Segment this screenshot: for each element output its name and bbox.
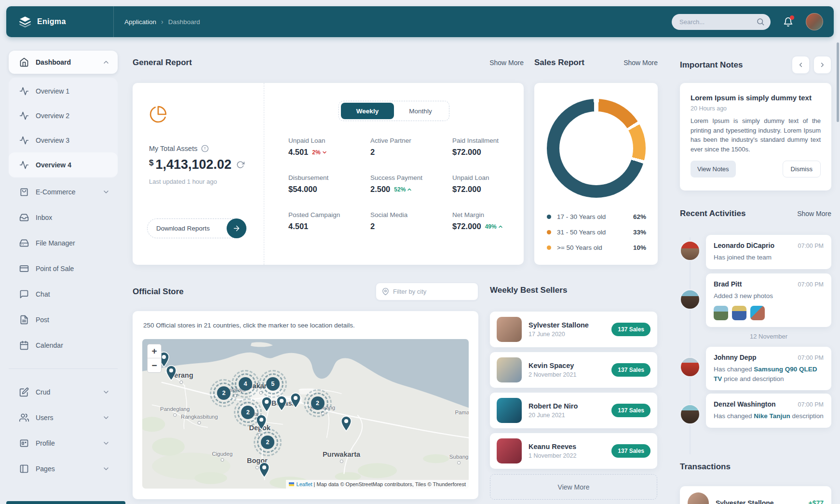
arrow-right-icon [227,218,246,238]
view-more-button[interactable]: View More [490,474,657,500]
map-pin-marker[interactable] [165,365,177,381]
download-reports-button[interactable]: Download Reports [147,218,246,238]
search-icon[interactable] [756,17,765,26]
best-seller-row[interactable]: Robert De Niro 20 June 2021 137 Sales [490,393,657,428]
stat-net-margin: Net Margin $72.000 49% [452,211,535,231]
activity-icon [19,160,29,170]
map-cluster-marker[interactable]: 2 [311,396,325,410]
sidebar-item-pages[interactable]: Pages [9,456,118,481]
note-body: Lorem Ipsum is simply dummy text of the … [691,116,821,154]
total-assets-label: My Total Assets [149,145,197,152]
sidebar-item-file-manager[interactable]: File Manager [9,230,118,256]
sales-report-card: 17 - 30 Years old 62% 31 - 50 Years old … [534,83,658,265]
sidebar-item-crud[interactable]: Crud [9,379,118,405]
transaction-row[interactable]: Sylvester Stallone +$77 [680,486,831,504]
scrollbar-thumb[interactable] [837,42,839,122]
legend-dot-teal [547,215,551,219]
sidebar-item-label: Users [36,414,54,422]
general-report-card: My Total Assets $1,413,102.02 Last updat… [133,83,524,265]
hard-drive-icon [19,238,29,248]
brand-name: Enigma [37,17,66,26]
map-pin-marker[interactable] [258,462,270,478]
ukraine-flag-icon [289,482,294,486]
best-seller-row[interactable]: Keanu Reeves 1 November 2022 137 Sales [490,433,657,469]
stat-paid-installment: Paid Installment $72.000 [452,137,535,157]
legend-item: >= 50 Years old 10% [547,244,646,251]
zoom-out-button[interactable]: − [148,358,161,372]
notes-prev-button[interactable] [792,56,810,74]
map-label-city: Purwakarta [323,450,360,463]
stat-unpaid-loan-2: Unpaid Loan $72.000 [452,174,535,194]
notifications-button[interactable] [783,17,793,27]
map-cluster-marker[interactable]: 2 [217,386,230,400]
filter-by-city-input[interactable] [393,288,465,295]
chevron-up-icon [102,58,110,66]
layout-icon [19,464,29,474]
brand[interactable]: Enigma [6,6,113,37]
map-pin-marker[interactable] [340,416,352,432]
notes-next-button[interactable] [813,56,831,74]
product-link[interactable]: Nike Tanjun [754,412,790,420]
credit-card-icon [19,264,29,273]
breadcrumb-dashboard[interactable]: Dashboard [168,18,200,26]
sidebar-item-post[interactable]: Post [9,307,118,332]
sidebar-item-profile[interactable]: Profile [9,430,118,456]
sidebar-item-inbox[interactable]: Inbox [9,204,118,230]
sidebar-item-users[interactable]: Users [9,405,118,430]
map-cluster-marker[interactable]: 4 [239,377,252,391]
filter-by-city-box [376,283,478,300]
leaflet-link[interactable]: Leaflet [297,481,312,487]
map-pin-marker[interactable] [290,393,301,409]
chevron-down-icon [102,439,110,447]
message-square-icon [19,289,29,299]
map-cluster-marker[interactable]: 2 [261,436,274,449]
general-report-show-more[interactable]: Show More [489,59,524,67]
stat-disbursement: Disbursement $54.000 [288,174,370,194]
seller-photo [497,438,522,463]
store-description: 250 Official stores in 21 countries, cli… [143,322,355,329]
best-seller-row[interactable]: Sylvester Stallone 17 June 2020 137 Sale… [490,312,657,347]
view-notes-button[interactable]: View Notes [691,161,736,177]
sidebar-divider [9,358,118,379]
map-attribution: Leaflet | Map data © OpenStreetMap contr… [286,480,469,489]
refresh-icon[interactable] [236,161,244,169]
id-card-icon [19,438,29,448]
sidebar-item-overview-2[interactable]: Overview 2 [9,103,118,128]
map-cluster-marker[interactable]: 2 [241,406,255,419]
sales-report-show-more[interactable]: Show More [623,59,658,67]
chevron-down-icon [102,188,110,196]
breadcrumb-application[interactable]: Application [124,18,156,26]
search-input[interactable] [679,18,757,26]
report-stats-grid: Unpaid Loan 4.501 2% Active Partner 2 Pa… [288,137,535,231]
sales-badge: 137 Sales [611,444,650,458]
best-seller-row[interactable]: Kevin Spacey 2 November 2021 137 Sales [490,352,657,388]
sidebar-item-ecommerce[interactable]: E-Commerce [9,179,118,204]
zoom-in-button[interactable]: + [148,344,161,358]
legend-dot-amber [547,245,551,250]
toggle-monthly[interactable]: Monthly [394,103,447,119]
dismiss-button[interactable]: Dismiss [783,161,821,177]
inbox-icon [19,213,29,222]
sidebar-item-overview-4[interactable]: Overview 4 [9,152,118,177]
photo-thumbnail[interactable] [714,306,728,320]
sidebar-item-chat[interactable]: Chat [9,281,118,307]
chevron-down-icon [102,465,110,473]
sidebar-item-overview-1[interactable]: Overview 1 [9,79,118,103]
total-assets-panel: My Total Assets $1,413,102.02 Last updat… [133,83,264,265]
info-icon[interactable] [201,145,209,152]
sidebar-item-calendar[interactable]: Calendar [9,332,118,358]
map-pin-marker[interactable] [276,395,287,411]
sidebar-item-point-of-sale[interactable]: Point of Sale [9,256,118,281]
user-avatar[interactable] [806,13,823,30]
photo-thumbnail[interactable] [750,306,765,320]
photo-thumbnail[interactable] [732,306,746,320]
store-map[interactable]: Serang Balaraja Pandeglang Rangkasbitung… [142,339,469,489]
map-cluster-marker[interactable]: 5 [266,377,280,391]
toggle-weekly[interactable]: Weekly [341,103,394,119]
sidebar-item-dashboard[interactable]: Dashboard [9,51,118,74]
activity-photos [714,306,824,320]
sidebar-item-overview-3[interactable]: Overview 3 [9,128,118,152]
map-pin-marker[interactable] [261,396,272,412]
breadcrumb: Application › Dashboard [114,18,200,26]
activities-show-more[interactable]: Show More [797,210,831,218]
